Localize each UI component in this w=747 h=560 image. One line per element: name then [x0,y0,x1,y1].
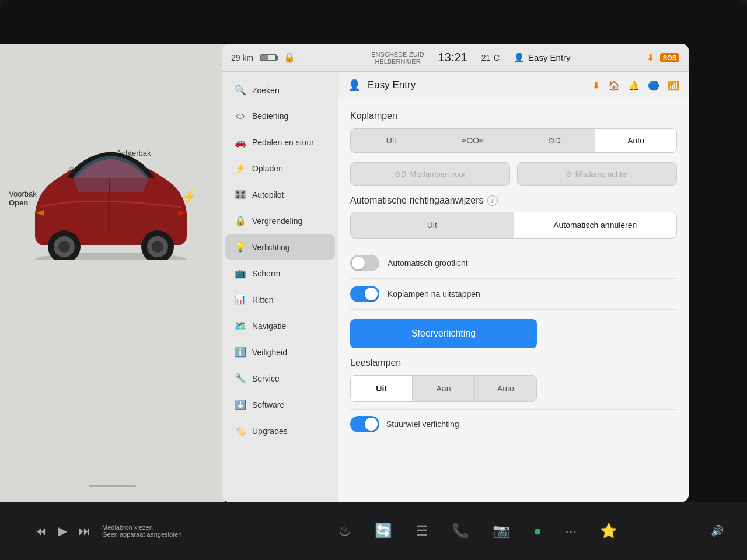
grootlicht-toggle[interactable] [350,255,379,271]
sidebar-label-pedalen: Pedalen en stuur [252,138,314,147]
sidebar-item-software[interactable]: ⬇️ Software [225,392,335,417]
panel-title: Easy Entry [368,79,585,91]
header-download-icon[interactable]: ⬇ [592,80,600,91]
header-signal-icon[interactable]: 📶 [668,80,679,91]
location-sub: ENSCHEDE-ZUID [371,51,424,58]
koplampen-dimlicht[interactable]: ⊙D [514,129,596,152]
fog-lights-row: ⊙D Mistlampen voor ⊙ Mistlamp achter [350,162,677,186]
sidebar: 🔍 Zoeken ⬭ Bediening 🚗 Pedalen en stuur … [222,72,338,502]
next-track-icon[interactable]: ⏭ [79,524,90,538]
menu-svg: ☰ [416,523,428,539]
stuurwiel-toggle[interactable] [350,416,379,432]
sfeerverlichting-button[interactable]: Sfeerverlichting [350,319,537,348]
fog-voor-label: Mistlampen voor [410,170,466,178]
sidebar-label-vergrendeling: Vergrendeling [252,216,302,226]
sidebar-item-navigatie[interactable]: 🗺️ Navigatie [225,313,335,338]
spotify-icon[interactable]: ● [533,523,542,539]
sidebar-item-ritten[interactable]: 📊 Ritten [225,287,335,312]
parking-light-icon: ≈OO≈ [462,136,484,145]
more-icon[interactable]: ··· [565,523,577,539]
koplampen-uit[interactable]: Uit [351,129,432,152]
koplampen-uitstappen-label: Koplampen na uitstappen [388,289,480,299]
star-icon[interactable]: ⭐ [600,523,617,539]
menu-icon[interactable]: ☰ [416,523,428,539]
star-svg: ⭐ [600,523,617,539]
leeslampen-aan[interactable]: Aan [413,376,474,401]
leeslampen-auto[interactable]: Auto [475,376,536,401]
main-content: 🔍 Zoeken ⬭ Bediening 🚗 Pedalen en stuur … [222,72,689,502]
mistlampen-voor[interactable]: ⊙D Mistlampen voor [350,162,510,186]
location-main: HELBERNIUER [375,58,420,65]
sidebar-label-software: Software [252,400,284,410]
richtingaanwijzers-uit[interactable]: Uit [351,212,514,238]
heat-icon[interactable]: ♨ [338,523,351,539]
autopilot-icon: 🎛️ [235,189,246,200]
sidebar-item-autopilot[interactable]: 🎛️ Autopilot [225,182,335,207]
sidebar-item-veiligheid[interactable]: ℹ️ Veiligheid [225,340,335,365]
sidebar-item-service[interactable]: 🔧 Service [225,366,335,391]
richtingaanwijzers-header: Automatische richtingaanwijzers i [350,195,677,206]
phone-icon[interactable]: 📞 [452,523,469,539]
mistlamp-achter[interactable]: ⊙ Mistlamp achter [517,162,677,186]
svg-point-3 [58,241,70,253]
sidebar-label-zoeken: Zoeken [252,86,280,95]
wiper-icon[interactable]: 🔄 [375,523,392,539]
sidebar-label-bediening: Bediening [252,111,288,121]
wiper-svg: 🔄 [375,523,392,539]
opladen-icon: ⚡ [235,163,246,174]
camera-svg: 📷 [493,523,510,539]
temperature: 21°C [481,53,500,62]
fog-achter-label: Mistlamp achter [575,170,629,178]
sidebar-item-opladen[interactable]: ⚡ Opladen [225,156,335,181]
service-icon: 🔧 [235,373,246,384]
more-svg: ··· [565,523,577,539]
sidebar-item-zoeken[interactable]: 🔍 Zoeken [225,78,335,103]
koplampen-group: Uit ≈OO≈ ⊙D Auto [350,128,677,153]
richtingaanwijzers-info-icon[interactable]: i [487,195,498,206]
sidebar-item-bediening[interactable]: ⬭ Bediening [225,104,335,128]
header-bluetooth-icon[interactable]: 🔵 [648,80,659,91]
fog-voor-icon: ⊙D [395,170,406,178]
car-panel: Achterbak Open Voorbak Open 🔓 [0,44,225,502]
panel-header-icons: ⬇ 🏠 🔔 🔵 📶 [592,80,679,91]
koplampen-auto[interactable]: Auto [595,129,676,152]
sidebar-item-upgrades[interactable]: 🏷️ Upgrades [225,418,335,443]
leeslampen-uit[interactable]: Uit [351,376,413,401]
verlichting-icon: 💡 [235,242,246,253]
sidebar-label-autopilot: Autopilot [252,190,284,200]
play-icon[interactable]: ▶ [58,524,67,538]
bediening-icon: ⬭ [235,111,246,121]
koplampen-parkeerlicht[interactable]: ≈OO≈ [432,129,514,152]
panel-profile-icon: 👤 [348,79,361,92]
lock-icon: 🔒 [284,52,295,63]
leeslampen-group: Uit Aan Auto [350,375,537,402]
richtingaanwijzers-auto[interactable]: Automatisch annuleren [514,212,677,238]
sidebar-item-scherm[interactable]: 📺 Scherm [225,261,335,286]
stuurwiel-row: Stuurwiel verlichting [350,409,677,432]
sidebar-item-vergrendeling[interactable]: 🔒 Vergrendeling [225,208,335,233]
top-bar-center: ENSCHEDE-ZUID HELBERNIUER 13:21 21°C 👤 E… [295,51,647,65]
top-bar-right: ⬇ SOS [647,52,679,63]
media-controls: ⏮ ▶ ⏭ [35,524,90,538]
koplampen-uitstappen-toggle[interactable] [350,286,379,302]
media-info: Mediabron kiezen Geen apparaat aangeslot… [102,524,181,538]
software-icon: ⬇️ [235,399,246,410]
panel-header: 👤 Easy Entry ⬇ 🏠 🔔 🔵 📶 [338,72,689,99]
sidebar-label-opladen: Opladen [252,164,283,173]
volume-icon[interactable]: 🔊 [711,524,724,537]
leeslampen-title: Leeslampen [350,358,677,368]
header-home-icon[interactable]: 🏠 [608,80,620,91]
sidebar-item-verlichting[interactable]: 💡 Verlichting [225,235,335,260]
sidebar-item-pedalen[interactable]: 🚗 Pedalen en stuur [225,130,335,155]
main-screen: 29 km 🔒 ENSCHEDE-ZUID HELBERNIUER 13:21 … [222,44,689,502]
sidebar-label-upgrades: Upgrades [252,426,288,436]
media-source: Mediabron kiezen [102,524,181,531]
volume-control: 🔊 [711,524,724,537]
prev-track-icon[interactable]: ⏮ [35,524,47,538]
upgrades-icon: 🏷️ [235,425,246,436]
header-bell-icon[interactable]: 🔔 [628,80,640,91]
richtingaanwijzers-group: Uit Automatisch annuleren [350,212,677,239]
sidebar-label-ritten: Ritten [252,295,274,304]
camera-icon[interactable]: 📷 [493,523,510,539]
media-section: ⏮ ▶ ⏭ Mediabron kiezen Geen apparaat aan… [23,524,245,538]
